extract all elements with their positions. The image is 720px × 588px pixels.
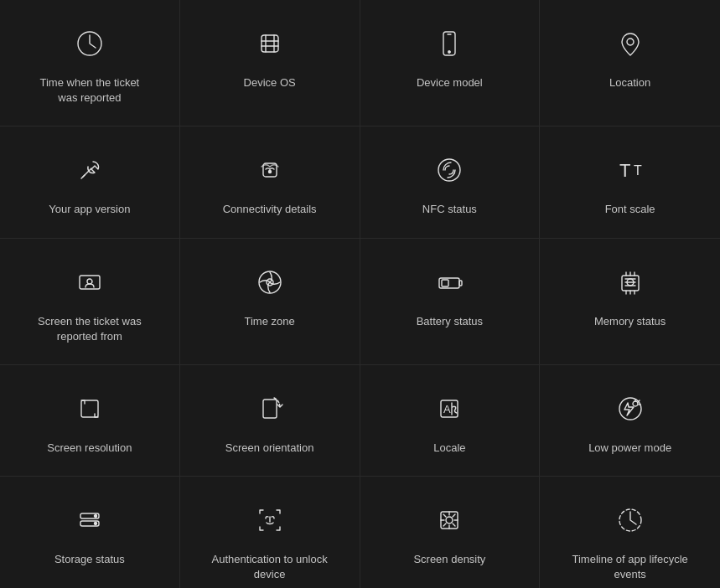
cell-label: Authentication to unlock device: [211, 552, 329, 582]
cell-label: Timeline of app lifecycle events: [572, 552, 689, 582]
svg-line-48: [453, 524, 455, 526]
svg-rect-22: [459, 281, 462, 286]
cell-label: Screen resolution: [47, 441, 132, 456]
svg-text:A: A: [443, 403, 451, 415]
cell-app-version: Your app version: [0, 126, 180, 238]
svg-point-39: [94, 523, 96, 525]
cell-label: Time zone: [245, 314, 295, 329]
cell-nfc: NFC status: [360, 126, 541, 238]
low-power-icon: [610, 389, 650, 429]
svg-text:T: T: [619, 160, 630, 181]
cell-connectivity: Connectivity details: [180, 126, 360, 238]
wrench-icon: [70, 150, 110, 190]
cell-label: Device OS: [244, 75, 296, 90]
font-icon: T T: [610, 150, 650, 190]
nfc-icon: [429, 150, 469, 190]
cell-label: Location: [609, 75, 650, 90]
cell-storage: Storage status: [0, 477, 180, 588]
cell-screen-orientation: Screen orientation: [180, 365, 360, 477]
cell-auth-unlock: Authentication to unlock device: [180, 477, 360, 588]
cell-label: Battery status: [417, 314, 483, 329]
cell-label: Screen the ticket was reported from: [31, 314, 148, 344]
cell-label: Screen orientation: [225, 441, 314, 456]
cell-device-os: Device OS: [180, 0, 360, 126]
svg-line-11: [81, 175, 85, 178]
cell-screen-density: Screen density: [360, 477, 541, 588]
cell-location: Location: [540, 0, 720, 126]
cell-label: Screen density: [413, 552, 485, 567]
locale-icon: A: [429, 389, 469, 429]
cell-lifecycle: Timeline of app lifecycle events: [540, 477, 720, 588]
cell-label: Memory status: [594, 314, 666, 329]
cell-locale: A Locale: [360, 365, 541, 477]
features-grid: Time when the ticket was reported Device…: [0, 0, 720, 588]
battery-icon: [429, 262, 469, 302]
cell-screen-reported: Screen the ticket was reported from: [0, 239, 180, 365]
storage-icon: [70, 500, 110, 540]
svg-point-13: [268, 171, 271, 173]
cell-device-model: Device model: [360, 0, 541, 126]
location-icon: [610, 23, 650, 64]
svg-rect-1: [262, 35, 278, 52]
cell-memory: Memory status: [540, 239, 720, 365]
cell-label: Connectivity details: [223, 202, 317, 217]
svg-point-31: [619, 398, 641, 420]
svg-rect-27: [263, 400, 277, 418]
phone-icon: [429, 23, 469, 64]
memory-icon: [610, 262, 650, 302]
svg-rect-23: [442, 280, 448, 286]
svg-rect-24: [622, 276, 639, 291]
screen-orientation-icon: [250, 389, 290, 429]
svg-rect-26: [81, 400, 98, 417]
clock-icon: [70, 23, 110, 64]
screen-user-icon: [70, 262, 110, 302]
cell-label: Storage status: [54, 552, 125, 567]
cell-screen-resolution: Screen resolution: [0, 365, 180, 477]
svg-line-47: [443, 514, 446, 517]
svg-point-42: [446, 517, 453, 524]
svg-text:T: T: [634, 163, 642, 178]
cell-label: Device model: [417, 75, 483, 90]
cell-label: Your app version: [49, 202, 130, 217]
cell-low-power: Low power mode: [540, 365, 720, 477]
cell-label: Font scale: [605, 202, 655, 217]
cell-timezone: Time zone: [180, 239, 360, 365]
svg-point-32: [633, 401, 638, 406]
lifecycle-icon: [610, 500, 650, 540]
face-id-icon: [250, 500, 290, 540]
cell-label: NFC status: [422, 202, 477, 217]
timezone-icon: [250, 262, 290, 302]
cell-label: Locale: [433, 441, 465, 456]
svg-point-8: [448, 51, 450, 53]
svg-point-38: [94, 515, 96, 518]
cell-label: Time when the ticket was reported: [31, 75, 148, 106]
cell-battery: Battery status: [360, 239, 541, 365]
svg-point-9: [627, 39, 634, 45]
svg-line-49: [453, 514, 455, 517]
svg-rect-17: [80, 276, 100, 289]
screen-resize-icon: [70, 389, 110, 429]
cell-font-scale: T T Font scale: [540, 126, 720, 238]
screen-density-icon: [429, 500, 469, 540]
hash-icon: [250, 23, 290, 64]
wifi-icon: [250, 150, 290, 190]
svg-point-18: [87, 279, 92, 284]
svg-line-50: [443, 524, 446, 526]
cell-label: Low power mode: [588, 441, 671, 456]
cell-time-reported: Time when the ticket was reported: [0, 0, 180, 126]
